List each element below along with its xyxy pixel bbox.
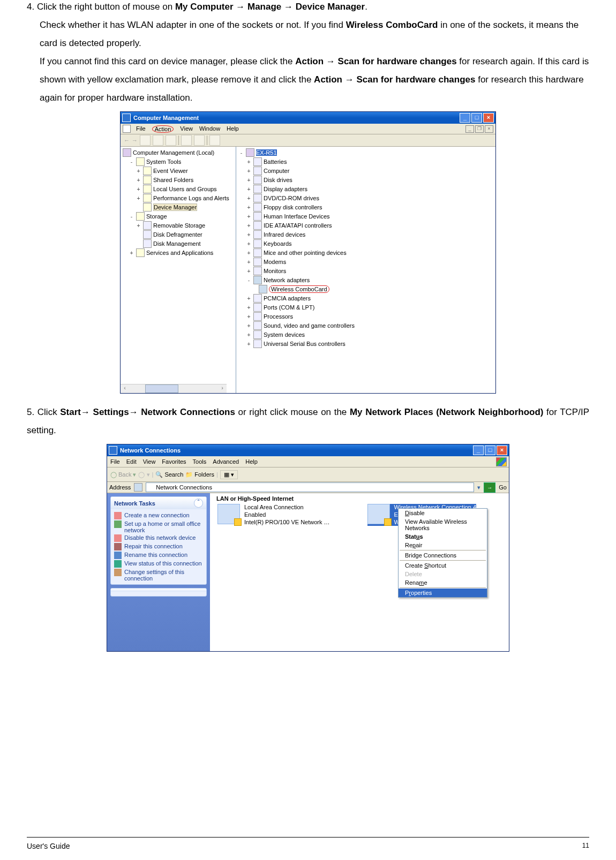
device-category[interactable]: +Monitors — [238, 267, 493, 275]
connection-lan[interactable]: Local Area Connection Enabled Intel(R) P… — [217, 504, 330, 526]
ctx-rename[interactable]: Rename — [399, 578, 487, 587]
ctx-create-shortcut[interactable]: Create Shortcut — [399, 561, 487, 570]
ctx-bridge[interactable]: Bridge Connections — [399, 551, 487, 560]
menu-help[interactable]: Help — [227, 125, 239, 133]
device-category[interactable]: +Batteries — [238, 157, 493, 166]
device-icon — [253, 230, 262, 239]
device-category[interactable]: +IDE ATA/ATAPI controllers — [238, 221, 493, 230]
device-category[interactable]: +Modems — [238, 258, 493, 266]
tree-item[interactable]: +Performance Logs and Alerts — [123, 194, 234, 202]
tree-item[interactable]: Disk Management — [123, 239, 234, 248]
views-button[interactable]: ▦ ▾ — [220, 470, 238, 479]
tree-services[interactable]: +Services and Applications — [123, 248, 234, 257]
titlebar[interactable]: Network Connections _ □ × — [107, 444, 509, 456]
device-category[interactable]: +Human Interface Devices — [238, 212, 493, 221]
toolbar-button[interactable] — [181, 135, 192, 146]
menu-favorites[interactable]: Favorites — [162, 458, 186, 465]
mdi-restore[interactable]: ❐ — [475, 125, 484, 133]
tasks-pane: Network Tasks ˆ Create a new connectionS… — [107, 493, 210, 651]
horizontal-scrollbar[interactable]: ‹ › — [121, 384, 227, 393]
device-category[interactable]: +PCMCIA adapters — [238, 294, 493, 303]
tasks-header[interactable]: Network Tasks ˆ — [111, 497, 206, 509]
close-button[interactable]: × — [483, 113, 494, 123]
ctx-repair[interactable]: Repair — [399, 541, 487, 549]
go-button[interactable]: → — [484, 482, 495, 493]
device-icon — [253, 258, 262, 266]
menu-action[interactable]: Action — [152, 125, 174, 133]
device-root[interactable]: -EX-R51 — [238, 148, 493, 157]
scrollbar-thumb[interactable] — [145, 384, 178, 393]
menu-view[interactable]: View — [143, 458, 156, 465]
ctx-status[interactable]: Status — [399, 532, 487, 541]
task-link[interactable]: Rename this connection — [114, 552, 203, 559]
ctx-properties[interactable]: Properties — [399, 589, 487, 597]
menu-help[interactable]: Help — [245, 458, 258, 465]
titlebar[interactable]: Computer Management _ □ × — [121, 112, 495, 124]
lan-icon — [217, 504, 240, 524]
device-category[interactable]: +Computer — [238, 167, 493, 175]
minimize-button[interactable]: _ — [460, 113, 470, 123]
forward-button[interactable]: ◯ ▾ — [138, 471, 149, 478]
folder-icon — [136, 212, 145, 221]
collapse-icon[interactable]: ˆ — [194, 499, 203, 508]
tree-item[interactable]: +Local Users and Groups — [123, 185, 234, 193]
toolbar-button[interactable] — [153, 135, 163, 146]
device-category[interactable]: +Sound, video and game controllers — [238, 321, 493, 330]
menu-view[interactable]: View — [180, 125, 193, 133]
tree-system-tools[interactable]: -System Tools — [123, 157, 234, 166]
task-icon — [114, 543, 122, 550]
toolbar-button[interactable] — [166, 135, 176, 146]
task-icon — [114, 552, 122, 559]
address-input[interactable] — [146, 482, 474, 492]
mdi-close[interactable]: × — [485, 125, 493, 133]
device-category[interactable]: +Floppy disk controllers — [238, 203, 493, 212]
device-category[interactable]: +Ports (COM & LPT) — [238, 303, 493, 312]
toolbar-button[interactable] — [209, 135, 220, 146]
task-link[interactable]: Disable this network device — [114, 534, 203, 542]
tree-root[interactable]: Computer Management (Local) — [123, 148, 234, 157]
menu-edit[interactable]: Edit — [126, 458, 137, 465]
maximize-button[interactable]: □ — [485, 446, 495, 455]
device-category[interactable]: +Processors — [238, 312, 493, 321]
menu-file[interactable]: File — [110, 458, 120, 465]
menu-advanced[interactable]: Advanced — [213, 458, 239, 465]
task-link[interactable]: Set up a home or small office network — [114, 520, 203, 533]
tree-item[interactable]: +Shared Folders — [123, 176, 234, 184]
task-link[interactable]: Change settings of this connection — [114, 569, 203, 582]
folders-button[interactable]: 📁Folders — [185, 471, 214, 478]
menu-tools[interactable]: Tools — [193, 458, 207, 465]
device-category[interactable]: +DVD/CD-ROM drives — [238, 194, 493, 202]
device-category[interactable]: +Disk drives — [238, 176, 493, 184]
tree-item[interactable]: Disk Defragmenter — [123, 230, 234, 239]
tree-storage[interactable]: -Storage — [123, 212, 234, 221]
menu-file[interactable]: File — [136, 125, 146, 133]
device-network-adapters[interactable]: -Network adapters — [238, 276, 493, 284]
device-category[interactable]: +System devices — [238, 330, 493, 339]
device-category[interactable]: +Universal Serial Bus controllers — [238, 340, 493, 348]
device-category[interactable]: +Display adapters — [238, 185, 493, 193]
tree-item[interactable]: +Removable Storage — [123, 221, 234, 230]
device-icon — [253, 185, 262, 193]
search-button[interactable]: 🔍Search — [155, 471, 183, 478]
item-icon — [143, 239, 152, 248]
device-wireless-combocard[interactable]: Wireless ComboCard — [238, 285, 493, 293]
maximize-button[interactable]: □ — [471, 113, 482, 123]
task-link[interactable]: View status of this connection — [114, 560, 203, 568]
task-link[interactable]: Repair this connection — [114, 543, 203, 550]
task-link[interactable]: Create a new connection — [114, 512, 203, 519]
mdi-minimize[interactable]: _ — [465, 125, 474, 133]
menu-window[interactable]: Window — [199, 125, 220, 133]
page-number: 11 — [582, 842, 589, 850]
close-button[interactable]: × — [497, 446, 507, 455]
toolbar-button[interactable] — [194, 135, 205, 146]
ctx-disable[interactable]: Disable — [399, 509, 487, 517]
toolbar-button[interactable] — [140, 135, 151, 146]
minimize-button[interactable]: _ — [473, 446, 484, 455]
device-category[interactable]: +Keyboards — [238, 239, 493, 248]
tree-item[interactable]: Device Manager — [123, 203, 234, 212]
device-category[interactable]: +Infrared devices — [238, 230, 493, 239]
tree-item[interactable]: +Event Viewer — [123, 167, 234, 175]
ctx-view-networks[interactable]: View Available Wireless Networks — [399, 517, 487, 532]
device-category[interactable]: +Mice and other pointing devices — [238, 248, 493, 257]
back-button[interactable]: ◯ Back ▾ — [110, 471, 136, 478]
